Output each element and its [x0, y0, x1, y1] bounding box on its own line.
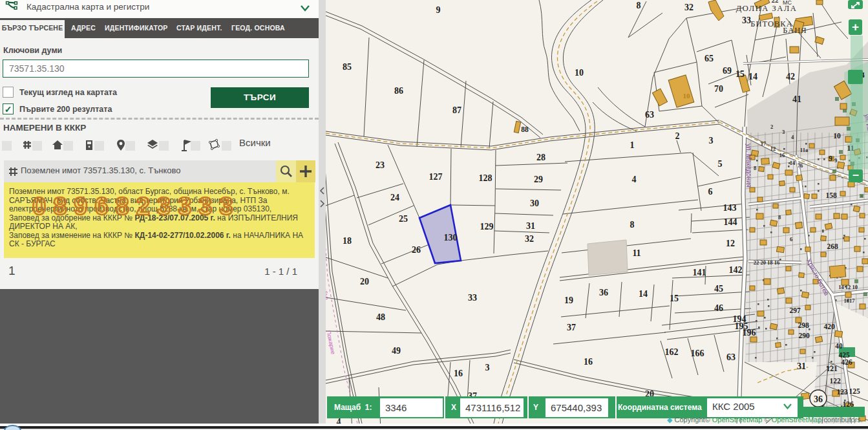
svg-text:125: 125 [849, 387, 860, 395]
svg-text:37: 37 [567, 323, 576, 332]
svg-text:10: 10 [833, 132, 841, 140]
svg-text:8: 8 [778, 214, 781, 220]
svg-text:196: 196 [743, 328, 756, 338]
svg-text:1: 1 [630, 140, 635, 150]
svg-text:65: 65 [704, 54, 714, 63]
svg-text:268: 268 [827, 242, 838, 250]
svg-text:10: 10 [683, 92, 691, 100]
svg-text:16: 16 [454, 369, 463, 378]
svg-text:17: 17 [761, 140, 767, 147]
svg-text:3: 3 [782, 129, 785, 135]
svg-text:8: 8 [630, 220, 635, 230]
svg-text:14: 14 [790, 160, 796, 166]
svg-text:85: 85 [343, 62, 352, 72]
svg-text:25: 25 [399, 214, 408, 224]
svg-text:76: 76 [798, 162, 803, 169]
svg-text:127: 127 [429, 172, 443, 182]
svg-text:36: 36 [814, 394, 823, 404]
svg-text:29: 29 [534, 175, 543, 184]
svg-text:6: 6 [790, 236, 792, 242]
svg-text:9: 9 [436, 5, 441, 15]
svg-text:121: 121 [826, 365, 838, 372]
svg-text:298: 298 [798, 321, 809, 329]
svg-text:40: 40 [835, 342, 843, 350]
svg-text:28: 28 [536, 153, 545, 162]
svg-text:22 20 18 16: 22 20 18 16 [754, 259, 779, 266]
svg-text:31: 31 [797, 361, 806, 371]
svg-text:11: 11 [632, 248, 640, 258]
svg-text:63: 63 [726, 352, 736, 362]
svg-text:26: 26 [412, 245, 421, 255]
svg-text:16: 16 [779, 152, 785, 158]
svg-text:426: 426 [841, 358, 852, 366]
svg-text:41: 41 [792, 94, 801, 104]
svg-text:70: 70 [714, 84, 723, 94]
svg-text:МС: МС [783, 0, 792, 6]
svg-text:63: 63 [645, 110, 654, 120]
svg-text:1817: 1817 [844, 297, 856, 304]
svg-text:18: 18 [343, 236, 352, 246]
svg-text:ул. Македония: ул. Македония [745, 144, 752, 188]
svg-text:30: 30 [530, 199, 539, 208]
svg-text:130: 130 [444, 233, 458, 242]
svg-text:15: 15 [670, 294, 679, 303]
svg-text:166: 166 [691, 349, 704, 358]
svg-text:128: 128 [479, 173, 492, 183]
svg-text:14 12 10: 14 12 10 [838, 284, 858, 290]
svg-text:122: 122 [829, 377, 841, 385]
svg-text:158: 158 [825, 191, 837, 199]
svg-text:32: 32 [684, 3, 693, 12]
svg-text:24: 24 [390, 193, 399, 202]
svg-text:22: 22 [772, 0, 779, 4]
svg-text:290: 290 [798, 332, 810, 339]
svg-text:16: 16 [584, 357, 593, 367]
svg-text:144: 144 [724, 217, 737, 227]
svg-text:15: 15 [736, 69, 745, 79]
svg-text:9: 9 [829, 155, 832, 162]
svg-text:12: 12 [770, 145, 776, 152]
svg-text:88: 88 [521, 125, 529, 133]
svg-text:32: 32 [525, 234, 534, 244]
svg-text:23: 23 [376, 160, 385, 170]
svg-text:36: 36 [599, 288, 608, 297]
svg-text:20: 20 [360, 277, 369, 286]
svg-text:142: 142 [729, 265, 743, 275]
svg-text:19: 19 [564, 296, 573, 305]
svg-text:49: 49 [392, 346, 401, 356]
svg-text:2: 2 [770, 124, 773, 130]
svg-text:11а: 11а [800, 147, 809, 153]
svg-text:420: 420 [823, 323, 835, 330]
svg-text:2: 2 [675, 131, 680, 141]
svg-text:143: 143 [723, 203, 737, 213]
svg-text:БАНЯ: БАНЯ [783, 26, 807, 35]
svg-text:5: 5 [718, 159, 723, 169]
svg-text:10: 10 [575, 68, 584, 78]
svg-text:33: 33 [742, 16, 751, 25]
svg-text:33: 33 [468, 293, 477, 303]
svg-text:3: 3 [485, 363, 490, 372]
svg-text:14: 14 [748, 72, 757, 81]
svg-text:8: 8 [754, 165, 756, 171]
svg-text:42: 42 [786, 72, 795, 81]
svg-text:12: 12 [726, 239, 735, 248]
svg-text:4: 4 [632, 175, 637, 184]
svg-text:123: 123 [836, 388, 848, 396]
svg-text:14: 14 [639, 289, 648, 299]
svg-text:45: 45 [714, 284, 723, 294]
svg-text:87: 87 [452, 105, 461, 115]
svg-text:162: 162 [665, 347, 679, 357]
svg-text:31: 31 [526, 221, 535, 231]
svg-text:69: 69 [723, 66, 732, 76]
svg-text:8: 8 [637, 1, 641, 10]
svg-text:141: 141 [693, 268, 706, 277]
svg-text:86: 86 [394, 86, 403, 96]
svg-text:3: 3 [709, 136, 714, 145]
svg-text:9: 9 [834, 157, 837, 164]
svg-text:129: 129 [480, 222, 494, 231]
svg-text:297: 297 [789, 306, 801, 314]
svg-text:48: 48 [376, 312, 385, 322]
svg-text:6: 6 [708, 187, 713, 197]
svg-text:46: 46 [714, 303, 723, 313]
